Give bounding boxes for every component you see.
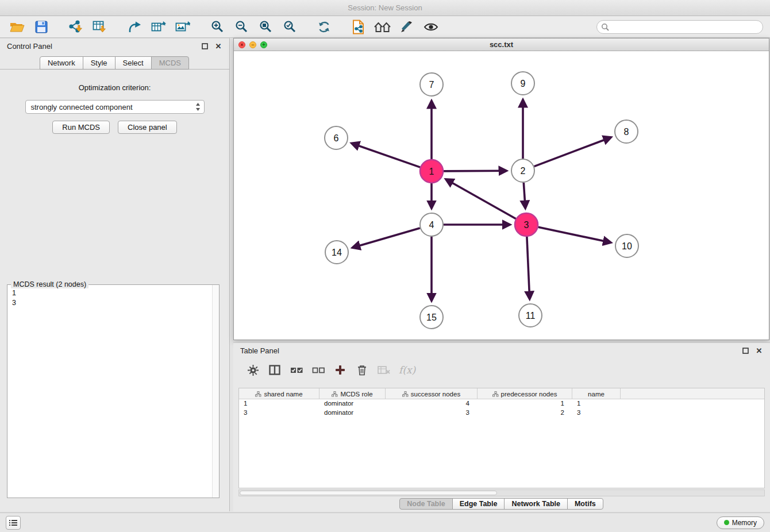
table-row[interactable]: 1dominator411: [239, 399, 764, 408]
select-all-icon[interactable]: [290, 363, 303, 377]
graph-edge-2-8[interactable]: [534, 137, 611, 166]
control-panel-title: Control Panel: [7, 42, 52, 51]
open-folder-icon[interactable]: [7, 18, 28, 36]
tab-mcds[interactable]: MCDS: [151, 56, 189, 70]
column-successor-nodes[interactable]: successor nodes: [386, 388, 478, 399]
close-panel-button[interactable]: Close panel: [118, 121, 177, 134]
zoom-in-icon[interactable]: [207, 18, 228, 36]
search-icon: [601, 23, 609, 31]
memory-label: Memory: [732, 519, 757, 527]
table-cell[interactable]: 1: [572, 399, 621, 408]
dropdown-stepper-icon: [195, 102, 201, 111]
graph-node-4[interactable]: 4: [420, 213, 443, 236]
tab-select[interactable]: Select: [115, 56, 152, 70]
tab-edge-table[interactable]: Edge Table: [452, 498, 505, 510]
table-cell[interactable]: 1: [239, 399, 319, 408]
table-horizontal-scrollbar[interactable]: [238, 489, 765, 496]
network-canvas[interactable]: 7968124314101511: [234, 51, 769, 340]
tab-network-table[interactable]: Network Table: [504, 498, 568, 510]
result-scrollbar[interactable]: [212, 285, 219, 498]
graph-node-6[interactable]: 6: [325, 126, 348, 149]
graph-edge-3-1[interactable]: [446, 179, 515, 219]
save-icon[interactable]: [31, 18, 52, 36]
table-cell[interactable]: 3: [386, 408, 478, 418]
graph-edge-1-2[interactable]: [444, 171, 506, 171]
node-table: shared name MCDS role successor nodes pr…: [238, 388, 765, 488]
memory-button[interactable]: Memory: [717, 516, 764, 529]
graph-node-7[interactable]: 7: [420, 73, 443, 96]
app-titlebar: Session: New Session: [0, 0, 770, 16]
delete-column-trash-icon[interactable]: [355, 363, 369, 377]
graph-edge-1-6[interactable]: [352, 144, 420, 168]
export-image-icon[interactable]: [172, 18, 193, 36]
network-window: scc.txt × − + 7968124314101511: [233, 38, 769, 340]
table-cell[interactable]: dominator: [319, 408, 386, 418]
float-panel-icon[interactable]: [199, 41, 210, 51]
table-cell[interactable]: 2: [478, 408, 572, 418]
control-panel: Control Panel ✕ Network Style Select MCD…: [0, 38, 230, 511]
graph-node-8[interactable]: 8: [615, 120, 638, 143]
table-cell[interactable]: dominator: [319, 399, 386, 408]
table-cell[interactable]: 1: [478, 399, 572, 408]
graph-node-14[interactable]: 14: [325, 241, 348, 264]
column-shared-name[interactable]: shared name: [239, 388, 319, 399]
graph-edge-2-3[interactable]: [523, 183, 525, 208]
close-panel-icon[interactable]: ✕: [213, 41, 224, 51]
tab-motifs[interactable]: Motifs: [567, 498, 603, 510]
node-table-header: shared name MCDS role successor nodes pr…: [239, 388, 764, 399]
import-table-icon[interactable]: [90, 18, 110, 36]
deselect-all-icon[interactable]: [311, 363, 325, 377]
node-table-body: 1dominator4113dominator323: [239, 399, 764, 418]
graph-node-9[interactable]: 9: [511, 72, 534, 95]
graph-node-1[interactable]: 1: [420, 160, 443, 183]
tab-node-table[interactable]: Node Table: [399, 498, 452, 510]
search-input[interactable]: [596, 20, 763, 34]
column-tree-icon: [332, 391, 338, 397]
table-row[interactable]: 3dominator323: [239, 408, 764, 418]
svg-text:9: 9: [521, 79, 526, 88]
table-close-panel-icon[interactable]: ✕: [754, 345, 764, 356]
add-column-icon[interactable]: [333, 363, 347, 377]
column-tree-icon: [402, 391, 409, 397]
graph-edge-3-11[interactable]: [527, 237, 530, 299]
search-box: [596, 20, 763, 34]
table-cell[interactable]: 3: [239, 408, 319, 418]
column-mcds-role[interactable]: MCDS role: [319, 388, 386, 399]
graph-node-2[interactable]: 2: [511, 159, 534, 182]
svg-text:8: 8: [624, 127, 629, 137]
style-paint-icon[interactable]: [396, 18, 417, 36]
function-builder-icon: f(x): [399, 363, 415, 377]
show-hide-eye-icon[interactable]: [421, 18, 441, 36]
tab-style[interactable]: Style: [83, 56, 116, 70]
table-cell[interactable]: 4: [386, 399, 478, 408]
homes-icon[interactable]: [372, 18, 393, 36]
graph-node-11[interactable]: 11: [519, 304, 542, 327]
graph-node-10[interactable]: 10: [615, 234, 638, 257]
graph-node-15[interactable]: 15: [420, 306, 443, 329]
show-columns-icon[interactable]: [268, 363, 282, 377]
network-window-title: scc.txt: [234, 40, 769, 49]
zoom-fit-icon[interactable]: [255, 18, 276, 36]
graph-edge-4-14[interactable]: [353, 228, 420, 248]
table-cell[interactable]: 3: [572, 408, 621, 418]
svg-text:10: 10: [622, 241, 632, 251]
svg-text:1: 1: [429, 167, 434, 176]
export-network-icon[interactable]: [124, 18, 145, 36]
tab-network[interactable]: Network: [40, 56, 83, 70]
optimization-criterion-dropdown[interactable]: strongly connected component: [25, 100, 205, 114]
status-menu-button[interactable]: [6, 516, 21, 530]
table-float-panel-icon[interactable]: [740, 345, 750, 356]
zoom-out-icon[interactable]: [231, 18, 252, 36]
run-mcds-button[interactable]: Run MCDS: [52, 121, 110, 134]
refresh-icon[interactable]: [314, 18, 334, 36]
network-from-selection-icon[interactable]: [348, 18, 369, 36]
network-graph: 7968124314101511: [234, 51, 769, 340]
export-table-icon[interactable]: [148, 18, 169, 36]
graph-edge-3-10[interactable]: [538, 227, 611, 242]
table-settings-gear-icon[interactable]: [246, 363, 260, 377]
column-predecessor-nodes[interactable]: predecessor nodes: [478, 388, 572, 399]
graph-node-3[interactable]: 3: [515, 213, 538, 236]
column-name[interactable]: name: [572, 388, 621, 399]
import-network-icon[interactable]: [66, 18, 86, 36]
zoom-selected-icon[interactable]: [279, 18, 300, 36]
